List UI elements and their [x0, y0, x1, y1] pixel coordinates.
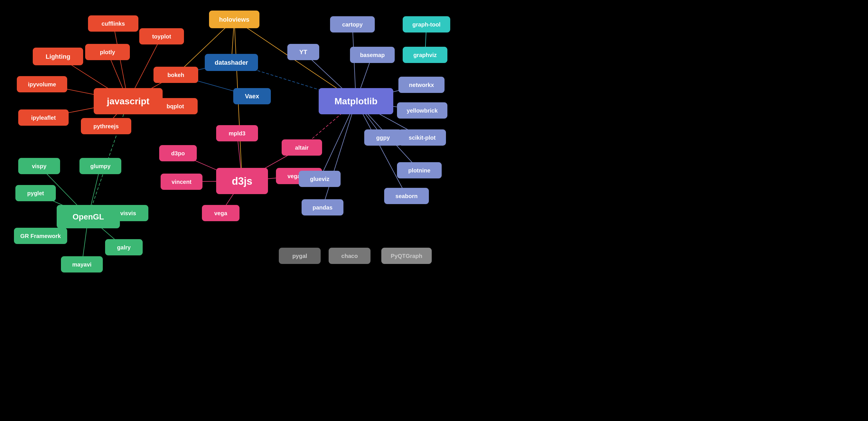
node-pyglet[interactable]: pyglet	[16, 185, 56, 201]
node-bokeh[interactable]: bokeh	[154, 67, 198, 83]
node-lighting[interactable]: Lighting	[33, 48, 83, 65]
node-pygal[interactable]: pygal	[279, 248, 320, 264]
node-label-altair: altair	[295, 144, 309, 151]
node-label-matplotlib: Matplotlib	[334, 96, 377, 106]
node-label-mayavi: mayavi	[72, 261, 92, 268]
node-label-javascript: javascript	[106, 96, 150, 106]
node-networkx[interactable]: networkx	[399, 77, 444, 93]
node-vispy[interactable]: vispy	[19, 158, 60, 174]
node-label-yellowbrick: yellowbrick	[407, 108, 438, 114]
node-label-graph-tool: graph-tool	[412, 21, 440, 28]
node-yellowbrick[interactable]: yellowbrick	[397, 103, 447, 118]
node-toyplot[interactable]: toyplot	[140, 28, 184, 44]
node-holoviews[interactable]: holoviews	[209, 11, 259, 28]
node-label-cufflinks: cufflinks	[101, 21, 125, 27]
node-label-bqplot: bqplot	[166, 103, 184, 109]
node-seaborn[interactable]: seaborn	[384, 188, 429, 204]
node-pandas[interactable]: pandas	[302, 199, 343, 215]
node-datashader[interactable]: datashader	[205, 54, 258, 71]
node-label-pyqtgraph: PyQTGraph	[391, 253, 422, 259]
node-plotly[interactable]: plotly	[86, 44, 130, 60]
node-ipyvolume[interactable]: ipyvolume	[17, 76, 67, 92]
node-gr-framework[interactable]: GR Framework	[14, 228, 67, 244]
node-label-vispy: vispy	[32, 163, 47, 169]
node-cartopy[interactable]: cartopy	[330, 17, 374, 32]
node-d3po[interactable]: d3po	[159, 145, 196, 161]
node-label-chaco: chaco	[341, 253, 358, 259]
node-pythreejs[interactable]: pythreejs	[81, 118, 131, 134]
node-label-basemap: basemap	[360, 52, 385, 58]
node-label-cartopy: cartopy	[342, 21, 363, 28]
node-mpld3[interactable]: mpld3	[216, 125, 258, 141]
node-label-vaex: Vaex	[245, 93, 259, 100]
node-label-plotnine: plotnine	[408, 167, 431, 174]
node-galry[interactable]: galry	[105, 240, 143, 255]
node-label-bokeh: bokeh	[167, 72, 184, 78]
node-label-pythreejs: pythreejs	[93, 123, 119, 130]
node-label-plotly: plotly	[100, 49, 115, 55]
node-basemap[interactable]: basemap	[350, 47, 395, 63]
node-label-galry: galry	[117, 244, 131, 251]
node-vaex[interactable]: Vaex	[234, 88, 271, 104]
node-visvis[interactable]: visvis	[108, 205, 148, 221]
node-label-scikit-plot: scikit-plot	[409, 135, 436, 141]
node-pyqtgraph[interactable]: PyQTGraph	[381, 248, 431, 264]
node-glueviz[interactable]: glueviz	[299, 171, 340, 187]
node-label-glueviz: glueviz	[310, 176, 330, 182]
node-label-visvis: visvis	[120, 210, 136, 216]
node-label-vincent: vincent	[172, 179, 191, 185]
node-label-ipyleaflet: ipyleaflet	[31, 115, 56, 121]
node-vega[interactable]: vega	[202, 205, 239, 221]
node-graphviz[interactable]: graphviz	[403, 47, 447, 63]
node-label-holoviews: holoviews	[219, 16, 249, 23]
node-mayavi[interactable]: mayavi	[61, 256, 102, 272]
node-label-glumpy: glumpy	[90, 163, 111, 169]
node-label-networkx: networkx	[409, 82, 434, 88]
node-label-d3po: d3po	[171, 150, 185, 157]
node-label-pandas: pandas	[312, 204, 332, 210]
node-label-toyplot: toyplot	[152, 33, 171, 39]
node-vincent[interactable]: vincent	[161, 174, 202, 190]
node-d3js[interactable]: d3js	[216, 168, 268, 194]
node-label-ggpy: ggpy	[376, 135, 390, 141]
node-label-datashader: datashader	[215, 59, 248, 66]
node-label-gr-framework: GR Framework	[20, 233, 61, 239]
node-altair[interactable]: altair	[282, 140, 322, 156]
node-scikit-plot[interactable]: scikit-plot	[399, 130, 446, 145]
node-bqplot[interactable]: bqplot	[153, 99, 197, 114]
node-matplotlib[interactable]: Matplotlib	[319, 88, 393, 114]
node-label-opengl: OpenGL	[73, 212, 104, 221]
node-graph-tool[interactable]: graph-tool	[403, 17, 450, 32]
node-chaco[interactable]: chaco	[329, 248, 370, 264]
node-cufflinks[interactable]: cufflinks	[88, 16, 138, 31]
node-javascript[interactable]: javascript	[94, 88, 162, 114]
node-label-lighting: Lighting	[45, 53, 70, 60]
node-ipyleaflet[interactable]: ipyleaflet	[19, 110, 68, 125]
node-label-pygal: pygal	[292, 253, 307, 259]
edge-matplotlib-pandas	[323, 101, 356, 207]
node-label-graphviz: graphviz	[413, 52, 437, 58]
node-plotnine[interactable]: plotnine	[397, 163, 441, 178]
node-label-ipyvolume: ipyvolume	[28, 81, 56, 87]
node-label-yt: YT	[299, 49, 308, 56]
node-label-seaborn: seaborn	[396, 193, 418, 199]
node-label-d3js: d3js	[232, 175, 252, 187]
node-ggpy[interactable]: ggpy	[365, 130, 402, 145]
node-label-mpld3: mpld3	[229, 130, 246, 137]
node-glumpy[interactable]: glumpy	[80, 158, 121, 174]
graph-visualization: javascriptMatplotlibOpenGLd3jsLightingip…	[0, 0, 868, 421]
node-label-vega: vega	[214, 210, 227, 216]
node-yt[interactable]: YT	[288, 44, 319, 60]
node-label-pyglet: pyglet	[27, 190, 44, 196]
